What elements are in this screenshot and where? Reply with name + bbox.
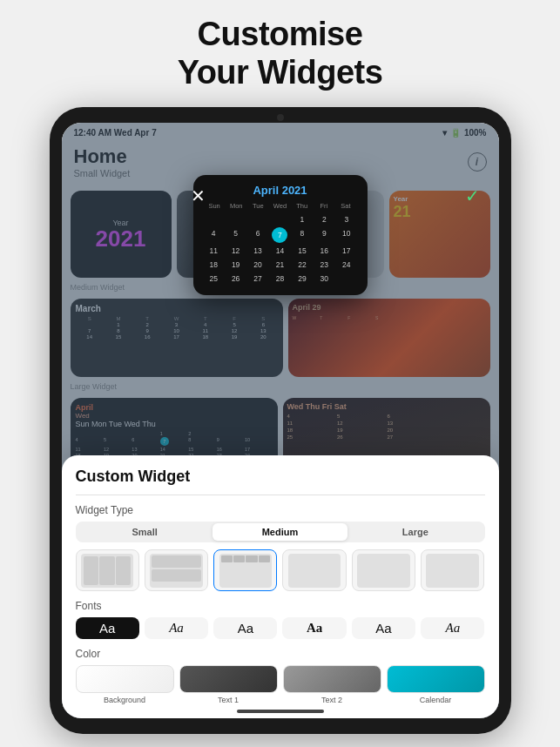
fonts-row: Aa Aa Aa Aa Aa Aa — [76, 617, 485, 639]
cal-preview-grid: 123 456 7 8910 111213 14151617 181920 21… — [204, 213, 357, 285]
calendar-swatch[interactable] — [387, 665, 485, 693]
font-item-5[interactable]: Aa — [352, 617, 415, 639]
color-text2[interactable]: Text 2 — [283, 665, 381, 704]
widget-type-tabs: Small Medium Large — [76, 522, 485, 542]
overlay-backdrop: ✕ ✓ April 2021 SunMonTueWedThuFriSat 123… — [62, 123, 499, 718]
widget-type-label: Widget Type — [76, 504, 485, 516]
tab-large[interactable]: Large — [347, 523, 482, 541]
wthumb-5[interactable] — [352, 549, 415, 591]
background-label: Background — [104, 696, 145, 704]
text2-swatch[interactable] — [283, 665, 381, 693]
page-title: Customise Your Widgets — [178, 16, 383, 91]
ipad-screen: 12:40 AM Wed Apr 7 ▾ 🔋 100% Home Small W… — [62, 123, 499, 718]
text2-label: Text 2 — [321, 696, 342, 704]
color-label: Color — [76, 648, 485, 660]
text1-swatch[interactable] — [179, 665, 278, 693]
camera-dot — [277, 114, 284, 121]
panel-title: Custom Widget — [76, 468, 485, 486]
font-item-2[interactable]: Aa — [145, 617, 208, 639]
cal-days-header: SunMonTueWedThuFriSat — [204, 202, 357, 210]
confirm-button[interactable]: ✓ — [465, 185, 480, 206]
font-item-4[interactable]: Aa — [282, 617, 346, 639]
custom-widget-panel: Custom Widget Widget Type Small Medium L… — [62, 455, 499, 718]
wthumb-3[interactable] — [213, 549, 277, 591]
close-button[interactable]: ✕ — [191, 185, 206, 206]
color-text1[interactable]: Text 1 — [179, 665, 278, 704]
calendar-preview-card: April 2021 SunMonTueWedThuFriSat 123 456… — [193, 175, 368, 295]
ipad-frame: 12:40 AM Wed Apr 7 ▾ 🔋 100% Home Small W… — [50, 107, 511, 734]
widget-thumbs-row — [76, 549, 485, 591]
tab-medium[interactable]: Medium — [213, 523, 347, 541]
calendar-label: Calendar — [420, 696, 452, 704]
tab-small[interactable]: Small — [78, 523, 213, 541]
fonts-label: Fonts — [76, 600, 485, 612]
background-swatch[interactable] — [76, 665, 174, 693]
panel-divider — [76, 495, 485, 495]
wthumb-1[interactable] — [76, 549, 139, 591]
font-item-1[interactable]: Aa — [76, 617, 139, 639]
font-item-6[interactable]: Aa — [421, 617, 484, 639]
wthumb-6[interactable] — [421, 549, 484, 591]
cal-preview-month: April 2021 — [204, 184, 357, 197]
text1-label: Text 1 — [218, 696, 239, 704]
font-item-3[interactable]: Aa — [213, 617, 277, 639]
color-row: Background Text 1 Text 2 Calendar — [76, 665, 485, 704]
page-wrapper: Customise Your Widgets 12:40 AM Wed Apr … — [0, 0, 560, 747]
wthumb-2[interactable] — [145, 549, 208, 591]
home-indicator — [237, 710, 324, 713]
color-background[interactable]: Background — [76, 665, 174, 704]
wthumb-4[interactable] — [282, 549, 346, 591]
color-calendar[interactable]: Calendar — [387, 665, 485, 704]
